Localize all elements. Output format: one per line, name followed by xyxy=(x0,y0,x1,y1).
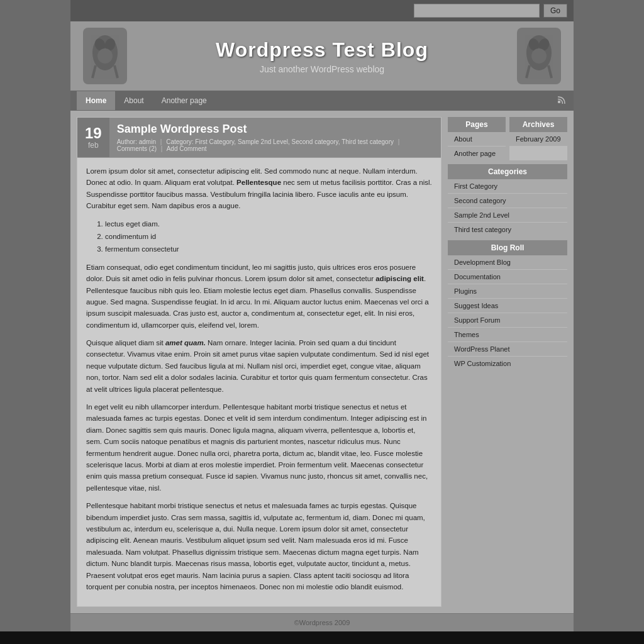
below-footer xyxy=(0,631,644,644)
site-footer: ©Wordpress 2009 xyxy=(70,613,574,631)
blogroll-header: Blog Roll xyxy=(448,240,567,255)
post-list: lectus eget diam. condimentum id ferment… xyxy=(105,218,432,255)
nav-item-home[interactable]: Home xyxy=(77,91,115,110)
post-paragraph-3: Quisque aliquet diam sit amet quam. Nam … xyxy=(86,337,432,395)
sidebar-blogroll-wpcustom[interactable]: WP Customization xyxy=(448,357,567,370)
nav-item-another-page[interactable]: Another page xyxy=(153,91,216,110)
search-button[interactable]: Go xyxy=(543,4,567,18)
rss-icon xyxy=(557,94,567,107)
pages-section: Pages About Another page xyxy=(448,117,506,160)
post-author-label: Author: xyxy=(117,138,139,145)
search-input[interactable] xyxy=(414,4,540,18)
svg-line-11 xyxy=(548,65,552,78)
sidebar-blogroll-dev[interactable]: Development Blog xyxy=(448,255,567,270)
sidebar-cat-third[interactable]: Third test category xyxy=(448,223,567,236)
footer-copyright: ©Wordpress 2009 xyxy=(294,619,350,626)
sidebar-cat-sample2nd[interactable]: Sample 2nd Level xyxy=(448,208,567,223)
post-author[interactable]: admin xyxy=(139,138,156,145)
categories-section: Categories First Category Second categor… xyxy=(448,164,567,236)
post-meta: Author: admin | Category: First Category… xyxy=(117,138,433,152)
svg-line-4 xyxy=(92,65,96,78)
sidebar-page-another[interactable]: Another page xyxy=(448,147,506,160)
logo-left xyxy=(83,28,127,84)
sidebar-blogroll-wpplanet[interactable]: WordPress Planet xyxy=(448,342,567,357)
post-comments[interactable]: Comments (2) xyxy=(117,145,157,152)
svg-line-5 xyxy=(114,65,118,78)
header-text: Wordpress Test Blog Just another WordPre… xyxy=(216,38,428,74)
site-subtitle: Just another WordPress weblog xyxy=(216,64,428,74)
sidebar-blogroll-docs[interactable]: Documentation xyxy=(448,270,567,284)
svg-line-10 xyxy=(526,65,530,78)
pages-header: Pages xyxy=(448,117,506,132)
svg-point-9 xyxy=(531,48,547,64)
post-paragraph-5: Pellentesque habitant morbi tristique se… xyxy=(86,500,432,592)
bold-pellentesque: Pellentesque xyxy=(236,179,281,186)
post-day: 19 xyxy=(85,126,102,141)
post-category-label: Category: xyxy=(166,138,195,145)
pages-archives-row: Pages About Another page Archives Februa… xyxy=(448,117,567,160)
main-content: 19 feb Sample Wordpress Post Author: adm… xyxy=(77,117,441,607)
post-body: Lorem ipsum dolor sit amet, consectetur … xyxy=(77,158,441,606)
site-header: Wordpress Test Blog Just another WordPre… xyxy=(70,21,574,91)
post-paragraph-4: In eget velit eu nibh ullamcorper interd… xyxy=(86,401,432,494)
sidebar-archive-feb2009[interactable]: February 2009 xyxy=(509,132,567,146)
post-categories[interactable]: First Category, Sample 2nd Level, Second… xyxy=(195,138,394,145)
post-paragraph-2: Etiam consequat, odio eget condimentum t… xyxy=(86,262,432,331)
add-comment-link[interactable]: Add Comment xyxy=(167,145,207,152)
list-item: condimentum id xyxy=(105,231,432,242)
post-title-area: Sample Wordpress Post Author: admin | Ca… xyxy=(109,118,441,157)
sidebar-blogroll-themes[interactable]: Themes xyxy=(448,328,567,342)
svg-point-3 xyxy=(97,48,113,64)
nav-item-about[interactable]: About xyxy=(115,91,152,110)
content-area: 19 feb Sample Wordpress Post Author: adm… xyxy=(70,111,574,613)
bold-adipiscing: adipiscing elit xyxy=(375,275,424,282)
sidebar-cat-first[interactable]: First Category xyxy=(448,179,567,194)
topbar: Go xyxy=(70,0,574,21)
sidebar-blogroll-support[interactable]: Support Forum xyxy=(448,313,567,328)
sidebar: Pages About Another page Archives Februa… xyxy=(448,117,567,370)
post-paragraph-1: Lorem ipsum dolor sit amet, consectetur … xyxy=(86,165,432,212)
bold-amet-quam: amet quam. xyxy=(165,339,206,347)
archives-header: Archives xyxy=(509,117,567,132)
sidebar-cat-second[interactable]: Second category xyxy=(448,194,567,208)
list-item: fermentum consectetur xyxy=(105,243,432,255)
post-header: 19 feb Sample Wordpress Post Author: adm… xyxy=(77,118,441,158)
categories-header: Categories xyxy=(448,164,567,179)
post-month: feb xyxy=(88,141,99,150)
sidebar-blogroll-plugins[interactable]: Plugins xyxy=(448,284,567,299)
list-item: lectus eget diam. xyxy=(105,218,432,230)
post-date: 19 feb xyxy=(77,118,109,157)
logo-right xyxy=(517,28,561,84)
svg-rect-12 xyxy=(558,101,560,103)
site-title: Wordpress Test Blog xyxy=(216,38,428,62)
archives-section: Archives February 2009 xyxy=(509,117,567,160)
sidebar-blogroll-suggest[interactable]: Suggest Ideas xyxy=(448,299,567,313)
blogroll-section: Blog Roll Development Blog Documentation… xyxy=(448,240,567,370)
sidebar-page-about[interactable]: About xyxy=(448,132,506,147)
nav-bar: Home About Another page xyxy=(70,91,574,111)
post-title: Sample Wordpress Post xyxy=(117,123,433,136)
